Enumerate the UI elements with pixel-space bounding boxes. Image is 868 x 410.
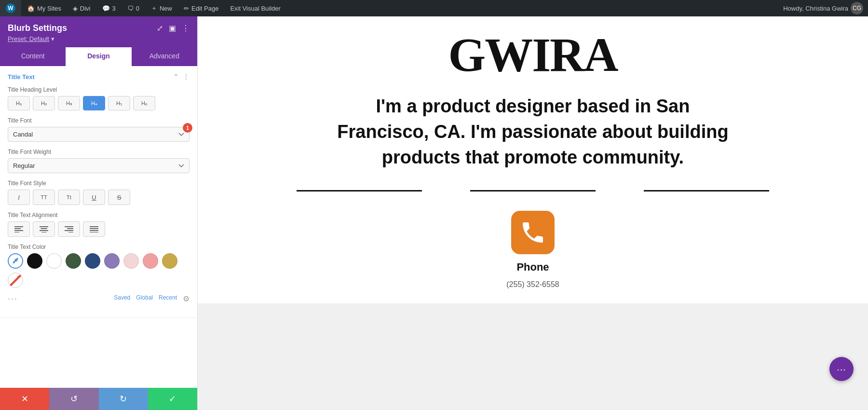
align-center-icon bbox=[40, 226, 48, 232]
section-more-icon[interactable]: ⋮ bbox=[183, 73, 190, 81]
title-font-style-row: Title Font Style I TT Tt U S bbox=[8, 180, 190, 205]
save-button[interactable]: ✓ bbox=[148, 388, 197, 410]
bubble-count: 0 bbox=[136, 5, 139, 12]
title-color-row: Title Text Color bbox=[8, 244, 190, 304]
color-dots-icon[interactable]: ··· bbox=[8, 294, 18, 304]
title-font-row: Title Font 1 Candal bbox=[8, 117, 190, 142]
exit-visual-builder-item[interactable]: Exit Visual Builder bbox=[224, 0, 286, 16]
global-link[interactable]: Global bbox=[136, 294, 153, 303]
svg-rect-4 bbox=[40, 226, 48, 227]
divider-center bbox=[470, 190, 596, 191]
align-center-btn[interactable] bbox=[33, 221, 55, 237]
heading-h3-btn[interactable]: H₃ bbox=[58, 96, 80, 110]
svg-rect-2 bbox=[14, 230, 23, 231]
saved-link[interactable]: Saved bbox=[114, 294, 130, 303]
svg-rect-5 bbox=[41, 228, 47, 229]
title-font-weight-row: Title Font Weight Regular bbox=[8, 149, 190, 173]
blurb-subtitle: (255) 352-6558 bbox=[506, 280, 559, 289]
svg-rect-15 bbox=[90, 232, 98, 232]
phone-icon bbox=[519, 219, 546, 246]
action-bar: ✕ ↺ ↻ ✓ bbox=[0, 388, 197, 410]
eyedropper-icon bbox=[12, 257, 19, 265]
heading-h1-btn[interactable]: H₁ bbox=[8, 96, 30, 110]
color-black-swatch[interactable] bbox=[27, 253, 42, 269]
more-icon[interactable]: ⋮ bbox=[182, 24, 190, 33]
underline-style-btn[interactable]: U bbox=[83, 190, 105, 205]
color-pink-light-swatch[interactable] bbox=[123, 253, 139, 269]
divi-menu-item[interactable]: ◈ Divi bbox=[67, 0, 96, 16]
sidebar-title: Blurb Settings bbox=[8, 23, 67, 33]
bubble-menu-item[interactable]: 🗨 0 bbox=[122, 0, 145, 16]
title-color-label: Title Text Color bbox=[8, 244, 190, 250]
svg-rect-3 bbox=[14, 232, 19, 232]
recent-link[interactable]: Recent bbox=[159, 294, 177, 303]
title-heading-level-row: Title Heading Level H₁ H₂ H₃ H₄ H₅ H₆ bbox=[8, 86, 190, 110]
title-text-section: Title Text ⌃ ⋮ Title Heading Level H₁ H₂… bbox=[0, 66, 197, 318]
my-sites-label: My Sites bbox=[37, 5, 61, 12]
align-left-btn[interactable] bbox=[8, 221, 30, 237]
color-settings-icon[interactable]: ⚙ bbox=[183, 294, 190, 303]
sidebar-tabs: Content Design Advanced bbox=[0, 47, 197, 66]
preset-text: Preset: Default bbox=[8, 35, 49, 42]
heading-h6-btn[interactable]: H₆ bbox=[133, 96, 155, 110]
strikethrough-style-btn[interactable]: S bbox=[108, 190, 130, 205]
divi-label: Divi bbox=[80, 5, 91, 12]
svg-rect-9 bbox=[67, 228, 73, 229]
title-heading-level-label: Title Heading Level bbox=[8, 86, 190, 93]
comments-menu-item[interactable]: 💬 3 bbox=[96, 0, 122, 16]
heading-h5-btn[interactable]: H₅ bbox=[108, 96, 130, 110]
color-slash-swatch[interactable] bbox=[8, 273, 23, 288]
title-font-select[interactable]: Candal bbox=[8, 127, 190, 142]
expand-icon[interactable]: ⤢ bbox=[157, 24, 163, 33]
color-footer-links: Saved Global Recent ⚙ bbox=[114, 294, 190, 303]
svg-rect-1 bbox=[14, 228, 21, 229]
new-menu-item[interactable]: ＋ New bbox=[145, 0, 178, 16]
grid-icon[interactable]: ▣ bbox=[169, 24, 176, 33]
heading-buttons: H₁ H₂ H₃ H₄ H₅ H₆ bbox=[8, 96, 190, 110]
cancel-button[interactable]: ✕ bbox=[0, 388, 49, 410]
redo-button[interactable]: ↻ bbox=[99, 388, 148, 410]
title-style-btn[interactable]: Tt bbox=[58, 190, 80, 205]
color-navy-swatch[interactable] bbox=[85, 253, 100, 269]
collapse-icon[interactable]: ⌃ bbox=[173, 73, 179, 81]
float-action-button[interactable]: ··· bbox=[829, 357, 854, 381]
description-text: I'm a product designer based in San Fran… bbox=[335, 94, 731, 171]
preset-label[interactable]: Preset: Default ▾ bbox=[8, 35, 190, 42]
tab-design[interactable]: Design bbox=[66, 47, 131, 66]
heading-h4-btn[interactable]: H₄ bbox=[83, 96, 105, 110]
new-label: New bbox=[160, 5, 172, 12]
heading-h2-btn[interactable]: H₂ bbox=[33, 96, 55, 110]
tt-style-btn[interactable]: TT bbox=[33, 190, 55, 205]
align-justify-icon bbox=[90, 226, 98, 232]
align-justify-btn[interactable] bbox=[83, 221, 105, 237]
blurb-title: Phone bbox=[516, 261, 549, 273]
wordpress-menu-item[interactable]: W bbox=[0, 0, 21, 16]
color-pink-swatch[interactable] bbox=[143, 253, 158, 269]
sidebar-header-icons: ⤢ ▣ ⋮ bbox=[157, 24, 190, 33]
svg-rect-7 bbox=[41, 232, 46, 232]
italic-style-btn[interactable]: I bbox=[8, 190, 30, 205]
pencil-icon: ✏ bbox=[184, 5, 189, 12]
title-font-weight-select[interactable]: Regular bbox=[8, 158, 190, 173]
title-font-style-buttons: I TT Tt U S bbox=[8, 190, 190, 205]
bubble-icon: 🗨 bbox=[127, 5, 134, 12]
svg-rect-8 bbox=[65, 226, 73, 227]
blurb-icon bbox=[511, 211, 555, 254]
color-picker-btn[interactable] bbox=[8, 253, 23, 269]
color-gold-swatch[interactable] bbox=[162, 253, 177, 269]
tab-content[interactable]: Content bbox=[0, 47, 66, 66]
exit-visual-builder-label: Exit Visual Builder bbox=[230, 5, 281, 12]
title-font-weight-label: Title Font Weight bbox=[8, 149, 190, 155]
undo-button[interactable]: ↺ bbox=[49, 388, 98, 410]
color-white-swatch[interactable] bbox=[46, 253, 62, 269]
howdy-text: Howdy, Christina Gwira bbox=[783, 5, 848, 12]
tab-advanced[interactable]: Advanced bbox=[132, 47, 197, 66]
edit-page-menu-item[interactable]: ✏ Edit Page bbox=[178, 0, 224, 16]
plus-icon: ＋ bbox=[151, 4, 157, 13]
title-font-style-label: Title Font Style bbox=[8, 180, 190, 187]
color-purple-swatch[interactable] bbox=[104, 253, 120, 269]
align-right-btn[interactable] bbox=[58, 221, 80, 237]
avatar[interactable]: CG bbox=[851, 2, 863, 14]
my-sites-menu-item[interactable]: 🏠 My Sites bbox=[21, 0, 67, 16]
color-dark-green-swatch[interactable] bbox=[66, 253, 81, 269]
